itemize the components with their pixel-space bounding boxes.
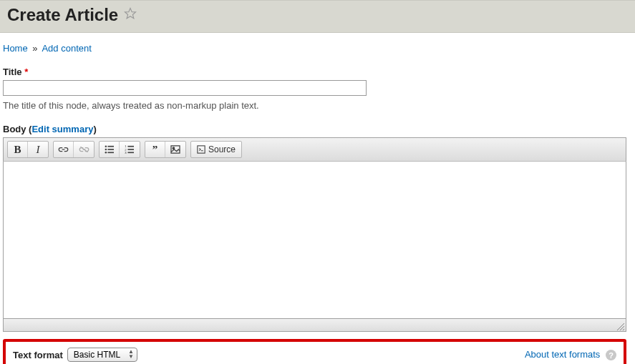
- text-format-select[interactable]: Basic HTML: [67, 348, 137, 362]
- svg-point-5: [105, 152, 107, 154]
- svg-rect-6: [107, 152, 114, 153]
- rich-text-editor: B I: [3, 137, 626, 332]
- svg-rect-15: [198, 146, 205, 153]
- breadcrumb-add-content-link[interactable]: Add content: [42, 43, 91, 54]
- svg-point-1: [105, 145, 107, 147]
- svg-rect-10: [127, 149, 134, 150]
- edit-summary-link[interactable]: Edit summary: [31, 124, 93, 134]
- svg-point-3: [105, 149, 107, 151]
- numbered-list-icon: 1 2 3: [125, 145, 135, 154]
- star-outline-icon[interactable]: [124, 7, 137, 24]
- required-indicator: *: [24, 67, 28, 77]
- page-title: Create Article: [7, 5, 118, 25]
- numbered-list-button[interactable]: 1 2 3: [120, 142, 140, 157]
- unlink-button[interactable]: [74, 142, 94, 157]
- unlink-icon: [79, 145, 89, 154]
- editor-footer: [3, 319, 626, 332]
- breadcrumb-home-link[interactable]: Home: [3, 43, 28, 54]
- svg-rect-8: [127, 146, 134, 147]
- breadcrumb: Home » Add content: [3, 43, 626, 54]
- bold-button[interactable]: B: [8, 142, 28, 157]
- title-input[interactable]: [3, 80, 367, 96]
- title-hint: The title of this node, always treated a…: [3, 100, 626, 111]
- help-icon[interactable]: ?: [606, 350, 616, 360]
- svg-marker-0: [125, 8, 136, 18]
- image-icon: [170, 145, 180, 154]
- resize-handle-icon[interactable]: [616, 322, 624, 330]
- breadcrumb-separator: »: [32, 43, 37, 54]
- link-icon: [58, 145, 69, 154]
- body-label: Body (Edit summary): [3, 124, 626, 134]
- svg-rect-2: [107, 146, 114, 147]
- editor-toolbar: B I: [3, 137, 626, 162]
- source-icon: [197, 145, 205, 154]
- text-format-label: Text format: [13, 350, 63, 360]
- text-format-row: Text format Basic HTML ▲▼ About text for…: [3, 339, 626, 364]
- editor-content-area[interactable]: [3, 162, 626, 319]
- svg-rect-4: [107, 149, 114, 150]
- title-label: Title *: [3, 67, 626, 77]
- svg-text:3: 3: [125, 151, 127, 154]
- svg-rect-12: [127, 152, 134, 153]
- image-button[interactable]: [165, 142, 185, 157]
- page-header: Create Article: [0, 0, 635, 33]
- italic-button[interactable]: I: [28, 142, 48, 157]
- about-text-formats-link[interactable]: About text formats: [525, 349, 601, 360]
- link-button[interactable]: [54, 142, 74, 157]
- blockquote-button[interactable]: ”: [145, 142, 165, 157]
- quote-icon: ”: [152, 144, 158, 156]
- source-button[interactable]: Source: [191, 142, 241, 157]
- bullet-list-icon: [105, 145, 115, 154]
- bullet-list-button[interactable]: [100, 142, 120, 157]
- svg-point-14: [173, 147, 175, 149]
